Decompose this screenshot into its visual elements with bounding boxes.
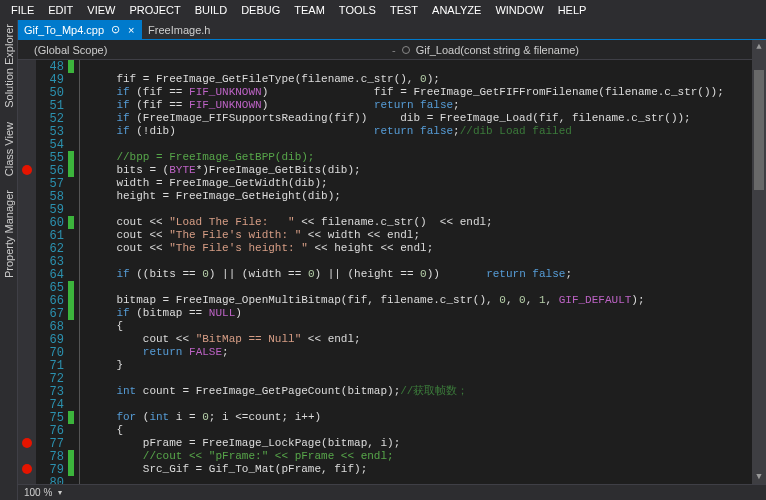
- menu-view[interactable]: VIEW: [80, 4, 122, 16]
- document-tab-bar: Gif_To_Mp4.cpp⊙×FreeImage.h: [18, 20, 766, 40]
- breakpoint-gutter[interactable]: [18, 60, 36, 484]
- code-line[interactable]: height = FreeImage_GetHeight(dib);: [90, 190, 341, 203]
- code-line[interactable]: bits = (BYTE*)FreeImage_GetBits(dib);: [90, 164, 361, 177]
- code-line[interactable]: cout << "Load The File: " << filename.c_…: [90, 216, 493, 229]
- code-line[interactable]: if ((bits == 0) || (width == 0) || (heig…: [90, 268, 572, 281]
- code-editor[interactable]: 4849505152535455565758596061626364656667…: [18, 60, 752, 484]
- line-number: 73: [50, 385, 64, 398]
- line-number: 52: [50, 112, 64, 125]
- code-line[interactable]: for (int i = 0; i <=count; i++): [90, 411, 321, 424]
- line-number: 56: [50, 164, 64, 177]
- code-line[interactable]: //bpp = FreeImage_GetBPP(dib);: [90, 151, 314, 164]
- line-number: 80: [50, 476, 64, 484]
- line-number: 78: [50, 450, 64, 463]
- menu-analyze[interactable]: ANALYZE: [425, 4, 488, 16]
- line-number: 79: [50, 463, 64, 476]
- line-number: 51: [50, 99, 64, 112]
- line-number: 59: [50, 203, 64, 216]
- code-line[interactable]: pFrame = FreeImage_LockPage(bitmap, i);: [90, 437, 400, 450]
- code-line[interactable]: return FALSE;: [90, 346, 229, 359]
- breakpoint-icon[interactable]: [22, 165, 32, 175]
- code-line[interactable]: {: [90, 320, 123, 333]
- line-number: 60: [50, 216, 64, 229]
- menu-window[interactable]: WINDOW: [488, 4, 550, 16]
- menu-file[interactable]: FILE: [4, 4, 41, 16]
- line-number: 49: [50, 73, 64, 86]
- panel-tab-class-view[interactable]: Class View: [3, 122, 15, 176]
- scroll-thumb[interactable]: [754, 70, 764, 190]
- zoom-dropdown-icon[interactable]: ▾: [58, 488, 62, 497]
- line-number: 62: [50, 242, 64, 255]
- line-number: 66: [50, 294, 64, 307]
- code-line[interactable]: fif = FreeImage_GetFileType(filename.c_s…: [90, 73, 440, 86]
- vertical-scrollbar[interactable]: ▲ ▼: [752, 40, 766, 484]
- menu-help[interactable]: HELP: [551, 4, 594, 16]
- line-number: 54: [50, 138, 64, 151]
- line-number: 48: [50, 60, 64, 73]
- menu-edit[interactable]: EDIT: [41, 4, 80, 16]
- pin-icon[interactable]: ⊙: [110, 23, 120, 36]
- line-number: 74: [50, 398, 64, 411]
- line-number: 68: [50, 320, 64, 333]
- code-area[interactable]: fif = FreeImage_GetFileType(filename.c_s…: [86, 60, 752, 484]
- code-line[interactable]: Src_Gif = Gif_To_Mat(pFrame, fif);: [90, 463, 367, 476]
- line-number-gutter: 4849505152535455565758596061626364656667…: [36, 60, 68, 484]
- scroll-down-arrow[interactable]: ▼: [752, 470, 766, 484]
- status-bar: 100 % ▾: [18, 484, 766, 500]
- line-number: 77: [50, 437, 64, 450]
- scope-separator: -: [392, 44, 396, 56]
- code-line[interactable]: }: [90, 359, 123, 372]
- scope-right-dropdown[interactable]: Gif_Load(const string & filename): [416, 44, 579, 56]
- outline-gutter[interactable]: [74, 60, 86, 484]
- line-number: 75: [50, 411, 64, 424]
- line-number: 55: [50, 151, 64, 164]
- menu-team[interactable]: TEAM: [287, 4, 332, 16]
- line-number: 53: [50, 125, 64, 138]
- tab-freeimage-h[interactable]: FreeImage.h: [142, 20, 216, 39]
- tool-window-tabs: Solution ExplorerClass ViewProperty Mana…: [0, 20, 18, 500]
- line-number: 64: [50, 268, 64, 281]
- code-line[interactable]: if (bitmap == NULL): [90, 307, 242, 320]
- code-line[interactable]: cout << "The File's height: " << height …: [90, 242, 433, 255]
- breakpoint-icon[interactable]: [22, 438, 32, 448]
- menu-project[interactable]: PROJECT: [122, 4, 187, 16]
- code-line[interactable]: cout << "The File's width: " << width <<…: [90, 229, 420, 242]
- line-number: 61: [50, 229, 64, 242]
- code-line[interactable]: width = FreeImage_GetWidth(dib);: [90, 177, 328, 190]
- scope-left-dropdown[interactable]: (Global Scope): [18, 44, 392, 56]
- line-number: 57: [50, 177, 64, 190]
- code-line[interactable]: int count = FreeImage_GetPageCount(bitma…: [90, 385, 468, 398]
- line-number: 72: [50, 372, 64, 385]
- code-line[interactable]: if (fif == FIF_UNKNOWN) fif = FreeImage_…: [90, 86, 724, 99]
- line-number: 67: [50, 307, 64, 320]
- menu-tools[interactable]: TOOLS: [332, 4, 383, 16]
- line-number: 70: [50, 346, 64, 359]
- panel-tab-property-manager[interactable]: Property Manager: [3, 190, 15, 278]
- line-number: 50: [50, 86, 64, 99]
- scroll-up-arrow[interactable]: ▲: [752, 40, 766, 54]
- member-icon: [402, 46, 410, 54]
- menu-test[interactable]: TEST: [383, 4, 425, 16]
- line-number: 58: [50, 190, 64, 203]
- code-line[interactable]: {: [90, 424, 123, 437]
- line-number: 76: [50, 424, 64, 437]
- code-line[interactable]: //cout << "pFrame:" << pFrame << endl;: [90, 450, 394, 463]
- line-number: 69: [50, 333, 64, 346]
- code-line[interactable]: bitmap = FreeImage_OpenMultiBitmap(fif, …: [90, 294, 645, 307]
- line-number: 65: [50, 281, 64, 294]
- code-line[interactable]: if (!dib) return false;//dib Load failed: [90, 125, 572, 138]
- menu-debug[interactable]: DEBUG: [234, 4, 287, 16]
- code-line[interactable]: if (fif == FIF_UNKNOWN) return false;: [90, 99, 460, 112]
- zoom-level[interactable]: 100 %: [24, 487, 52, 498]
- navigation-bar: (Global Scope) - Gif_Load(const string &…: [18, 40, 766, 60]
- code-line[interactable]: cout << "BitMap == Null" << endl;: [90, 333, 361, 346]
- menu-build[interactable]: BUILD: [188, 4, 234, 16]
- tab-label: Gif_To_Mp4.cpp: [24, 24, 104, 36]
- tab-gif-to-mp4-cpp[interactable]: Gif_To_Mp4.cpp⊙×: [18, 20, 142, 39]
- close-icon[interactable]: ×: [126, 24, 136, 36]
- line-number: 63: [50, 255, 64, 268]
- menu-bar: FILEEDITVIEWPROJECTBUILDDEBUGTEAMTOOLSTE…: [0, 0, 766, 20]
- panel-tab-solution-explorer[interactable]: Solution Explorer: [3, 24, 15, 108]
- breakpoint-icon[interactable]: [22, 464, 32, 474]
- code-line[interactable]: if (FreeImage_FIFSupportsReading(fif)) d…: [90, 112, 691, 125]
